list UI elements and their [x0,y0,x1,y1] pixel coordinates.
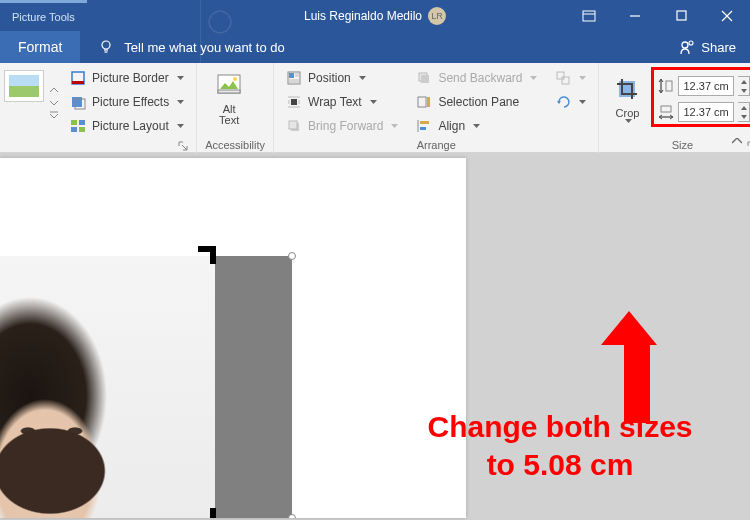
svg-rect-29 [291,99,297,105]
document-area: Change both sizes to 5.08 cm [0,153,750,520]
user-avatar[interactable]: LR [428,7,446,25]
width-spinner[interactable] [738,102,750,122]
ribbon-display-options-button[interactable] [566,0,612,31]
dropdown-caret-icon [359,76,366,80]
group-label-accessibility: Accessibility [205,139,265,151]
send-backward-label: Send Backward [438,71,522,85]
tab-format-label: Format [18,39,62,55]
bring-forward-button[interactable]: Bring Forward [282,115,402,137]
svg-rect-18 [71,127,77,132]
height-input[interactable] [678,76,734,96]
selected-picture[interactable] [0,256,292,518]
wrap-text-icon [286,94,302,110]
style-gallery-expand-button[interactable] [50,108,58,120]
spinner-down-icon [738,86,749,95]
dropdown-caret-icon [473,124,480,128]
position-button[interactable]: Position [282,67,402,89]
group-objects-button[interactable] [551,67,590,89]
rotate-button[interactable] [551,91,590,113]
svg-rect-3 [677,11,686,20]
maximize-button[interactable] [658,0,704,31]
svg-point-10 [689,41,693,45]
dropdown-caret-icon [391,124,398,128]
group-accessibility: Alt Text Accessibility [197,63,274,153]
tell-me-search[interactable]: Tell me what you want to do [80,39,284,55]
selection-pane-button[interactable]: Selection Pane [412,91,541,113]
alt-text-icon [213,69,245,101]
picture-effects-button[interactable]: Picture Effects [66,91,188,113]
collapse-ribbon-button[interactable] [732,130,742,148]
minimize-button[interactable] [612,0,658,31]
annotation-text: Change both sizes to 5.08 cm [370,408,750,483]
svg-rect-51 [661,106,671,112]
dropdown-caret-icon [177,124,184,128]
dropdown-caret-icon [579,76,586,80]
tab-format[interactable]: Format [0,31,80,63]
selection-handle-top[interactable] [288,252,296,260]
user-initials: LR [431,11,443,21]
selection-handle-bottom[interactable] [288,514,296,518]
annotation-line2: to 5.08 cm [487,448,634,481]
style-gallery-scroll-button[interactable] [50,96,58,108]
svg-rect-41 [427,97,430,107]
svg-rect-37 [289,121,297,129]
chevron-up-icon [50,88,58,93]
chevron-up-icon [732,138,742,144]
dropdown-caret-icon [530,76,537,80]
width-input[interactable] [678,102,734,122]
position-label: Position [308,71,351,85]
wrap-text-button[interactable]: Wrap Text [282,91,402,113]
photo-content [0,256,215,518]
picture-style-gallery[interactable] [4,67,44,137]
picture-border-label: Picture Border [92,71,169,85]
contextual-tab-label: Picture Tools [12,11,75,23]
crop-handle[interactable] [210,508,216,518]
align-button[interactable]: Align [412,115,541,137]
align-icon [416,118,432,134]
style-gallery-more-button[interactable] [50,84,58,96]
dropdown-caret-icon [370,100,377,104]
svg-rect-16 [71,120,77,125]
svg-rect-24 [289,73,294,78]
picture-effects-icon [70,94,86,110]
svg-rect-45 [557,72,564,79]
close-icon [721,10,733,22]
document-user: Luis Reginaldo Medilo LR [304,7,446,25]
ribbon: Picture Border Picture Effects Picture L… [0,63,750,153]
spinner-up-icon [738,77,749,86]
dialog-launcher-picture-styles[interactable] [178,141,188,151]
svg-rect-39 [421,75,429,83]
chevron-bar-down-icon [50,111,58,118]
height-icon [658,78,674,94]
share-label: Share [701,40,736,55]
picture-layout-icon [70,118,86,134]
close-button[interactable] [704,0,750,31]
annotation-line1: Change both sizes [427,410,692,443]
contextual-tab-picture-tools[interactable]: Picture Tools [0,0,87,31]
group-objects-icon [555,70,571,86]
crop-handle[interactable] [198,246,216,252]
group-arrange: Position Wrap Text Bring Forward Sen [274,63,599,153]
big-btn-label-line2: Text [219,114,239,126]
svg-point-21 [233,77,237,81]
send-backward-button[interactable]: Send Backward [412,67,541,89]
svg-rect-17 [79,120,85,125]
share-button[interactable]: Share [679,39,736,55]
dropdown-caret-icon [625,119,632,123]
dropdown-caret-icon [579,100,586,104]
selection-pane-icon [416,94,432,110]
tell-me-placeholder: Tell me what you want to do [124,40,284,55]
user-name: Luis Reginaldo Medilo [304,9,422,23]
selection-pane-label: Selection Pane [438,95,519,109]
annotation-arrow [616,311,657,423]
crop-button[interactable]: Crop [607,67,647,127]
spinner-down-icon [738,112,749,121]
alt-text-button[interactable]: Alt Text [205,67,253,126]
lightbulb-icon [98,39,114,55]
height-spinner[interactable] [738,76,750,96]
crop-icon [611,73,643,105]
dropdown-caret-icon [177,100,184,104]
picture-border-button[interactable]: Picture Border [66,67,188,89]
svg-rect-40 [418,97,426,107]
picture-layout-button[interactable]: Picture Layout [66,115,188,137]
